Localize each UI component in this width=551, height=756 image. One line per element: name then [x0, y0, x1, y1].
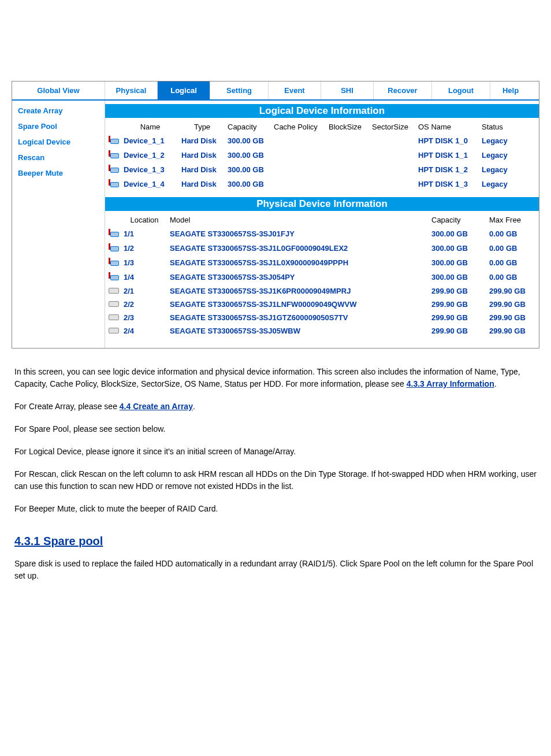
physical-row[interactable]: 1/2SEAGATE ST3300657SS-3SJ1L0GF00009049L…: [105, 241, 539, 255]
logical-sector: [370, 162, 416, 177]
physical-location: 2/2: [121, 298, 167, 311]
physical-row[interactable]: 2/1SEAGATE ST3300657SS-3SJ1K6PR00009049M…: [105, 284, 539, 298]
logical-name: Device_1_1: [121, 134, 179, 148]
disk-icon: [109, 301, 119, 307]
logical-capacity: 300.00 GB: [225, 177, 271, 191]
disk-icon: [109, 288, 119, 294]
link-array-information[interactable]: 4.3.3 Array Information: [407, 379, 494, 388]
th-name: Name: [121, 120, 179, 134]
disk-icon: [109, 179, 119, 187]
nav-shi[interactable]: SHI: [321, 81, 373, 99]
nav-event[interactable]: Event: [268, 81, 321, 99]
logical-cache: [271, 162, 326, 177]
document-body: In this screen, you can see logic device…: [14, 366, 537, 582]
physical-capacity: 300.00 GB: [429, 270, 487, 284]
logical-type: Hard Disk: [179, 148, 225, 162]
logical-block: [326, 148, 370, 162]
logical-type: Hard Disk: [179, 162, 225, 177]
disk-icon: [109, 150, 119, 158]
nav-logical[interactable]: Logical: [157, 81, 210, 99]
logical-type: Hard Disk: [179, 177, 225, 191]
logical-section-header: Logical Device Information: [105, 104, 539, 118]
physical-location: 2/3: [121, 311, 167, 324]
logical-status: Legacy: [479, 162, 539, 177]
disk-icon: [109, 328, 119, 333]
physical-location: 1/4: [121, 270, 167, 284]
logical-name: Device_1_3: [121, 162, 179, 177]
physical-model: SEAGATE ST3300657SS-3SJ054PY: [167, 270, 429, 284]
nav-setting[interactable]: Setting: [210, 81, 268, 99]
logical-status: Legacy: [479, 134, 539, 148]
disk-icon: [109, 136, 119, 144]
physical-table: Location Model Capacity Max Free 1/1SEAG…: [105, 213, 539, 338]
disk-icon: [109, 243, 119, 251]
physical-row[interactable]: 2/3SEAGATE ST3300657SS-3SJ1GTZ600009050S…: [105, 311, 539, 324]
logical-type: Hard Disk: [179, 134, 225, 148]
logical-block: [326, 177, 370, 191]
physical-capacity: 299.90 GB: [429, 298, 487, 311]
physical-maxfree: 299.90 GB: [487, 298, 539, 311]
physical-row[interactable]: 1/3SEAGATE ST3300657SS-3SJ1L0X900009049P…: [105, 255, 539, 270]
sidebar: Create Array Spare Pool Logical Device R…: [12, 101, 105, 348]
logical-row[interactable]: Device_1_2Hard Disk300.00 GBHPT DISK 1_1…: [105, 148, 539, 162]
sidebar-rescan[interactable]: Rescan: [12, 150, 105, 165]
disk-icon: [109, 258, 119, 266]
physical-row[interactable]: 1/1SEAGATE ST3300657SS-3SJ01FJY300.00 GB…: [105, 227, 539, 241]
physical-model: SEAGATE ST3300657SS-3SJ1L0GF00009049LEX2: [167, 241, 429, 255]
physical-capacity: 299.90 GB: [429, 311, 487, 324]
physical-location: 1/3: [121, 255, 167, 270]
physical-capacity: 299.90 GB: [429, 284, 487, 298]
logical-os: HPT DISK 1_3: [416, 177, 479, 191]
logical-row[interactable]: Device_1_3Hard Disk300.00 GBHPT DISK 1_2…: [105, 162, 539, 177]
logical-status: Legacy: [479, 148, 539, 162]
physical-location: 1/2: [121, 241, 167, 255]
th-type: Type: [179, 120, 225, 134]
physical-model: SEAGATE ST3300657SS-3SJ1LNFW00009049QWVW: [167, 298, 429, 311]
para1: In this screen, you can see logic device…: [14, 366, 537, 390]
physical-maxfree: 0.00 GB: [487, 270, 539, 284]
logical-os: HPT DISK 1_1: [416, 148, 479, 162]
logical-table: Name Type Capacity Cache Policy BlockSiz…: [105, 120, 539, 191]
logical-capacity: 300.00 GB: [225, 134, 271, 148]
para5: For Rescan, click Rescan on the left col…: [14, 468, 537, 492]
th-os: OS Name: [416, 120, 479, 134]
physical-row[interactable]: 2/2SEAGATE ST3300657SS-3SJ1LNFW00009049Q…: [105, 298, 539, 311]
physical-row[interactable]: 2/4SEAGATE ST3300657SS-3SJ05WBW299.90 GB…: [105, 324, 539, 338]
logical-name: Device_1_2: [121, 148, 179, 162]
nav-help[interactable]: Help: [490, 81, 531, 99]
physical-model: SEAGATE ST3300657SS-3SJ1GTZ600009050S7TV: [167, 311, 429, 324]
physical-maxfree: 299.90 GB: [487, 311, 539, 324]
disk-icon: [109, 165, 119, 173]
logical-sector: [370, 177, 416, 191]
para2: For Create Array, please see 4.4 Create …: [14, 401, 537, 413]
physical-model: SEAGATE ST3300657SS-3SJ1K6PR00009049MPRJ: [167, 284, 429, 298]
logical-block: [326, 134, 370, 148]
physical-maxfree: 0.00 GB: [487, 227, 539, 241]
nav-global-view[interactable]: Global View: [12, 81, 105, 99]
nav-recover[interactable]: Recover: [373, 81, 431, 99]
physical-capacity: 300.00 GB: [429, 241, 487, 255]
physical-capacity: 300.00 GB: [429, 227, 487, 241]
sidebar-logical-device[interactable]: Logical Device: [12, 134, 105, 150]
physical-capacity: 299.90 GB: [429, 324, 487, 338]
main-content: Logical Device Information Name Type Cap…: [105, 101, 539, 348]
sidebar-create-array[interactable]: Create Array: [12, 103, 105, 118]
sidebar-beeper-mute[interactable]: Beeper Mute: [12, 165, 105, 181]
para7: Spare disk is used to replace the failed…: [14, 558, 537, 582]
physical-capacity: 300.00 GB: [429, 255, 487, 270]
nav-logout[interactable]: Logout: [431, 81, 490, 99]
nav-physical[interactable]: Physical: [105, 81, 157, 99]
logical-status: Legacy: [479, 177, 539, 191]
logical-cache: [271, 134, 326, 148]
th-maxfree: Max Free: [487, 213, 539, 227]
link-create-array[interactable]: 4.4 Create an Array: [120, 402, 193, 411]
para4: For Logical Device, please ignore it sin…: [14, 446, 537, 458]
physical-row[interactable]: 1/4SEAGATE ST3300657SS-3SJ054PY300.00 GB…: [105, 270, 539, 284]
logical-capacity: 300.00 GB: [225, 148, 271, 162]
logical-os: HPT DISK 1_2: [416, 162, 479, 177]
top-nav: Global View Physical Logical Setting Eve…: [12, 81, 539, 101]
logical-sector: [370, 148, 416, 162]
logical-row[interactable]: Device_1_1Hard Disk300.00 GBHPT DISK 1_0…: [105, 134, 539, 148]
sidebar-spare-pool[interactable]: Spare Pool: [12, 118, 105, 134]
logical-row[interactable]: Device_1_4Hard Disk300.00 GBHPT DISK 1_3…: [105, 177, 539, 191]
